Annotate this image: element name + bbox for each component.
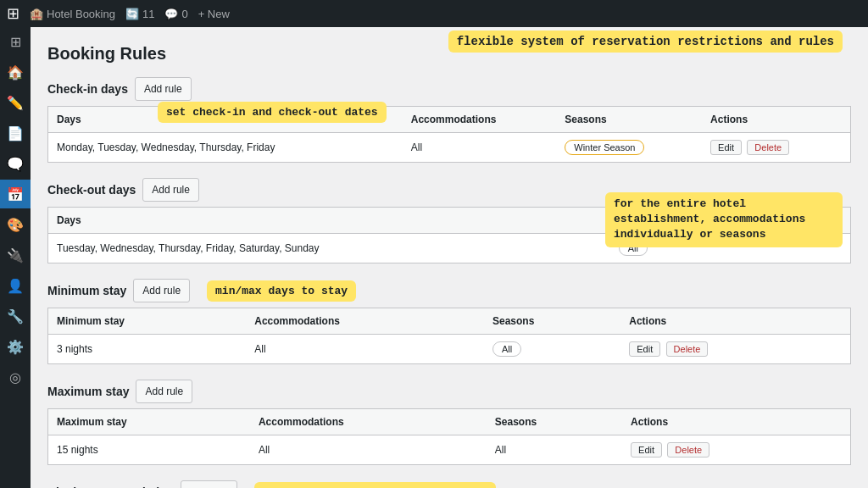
minstay-row-seasons: All (484, 335, 620, 364)
admin-sidebar: ⊞ 🏠 ✏️ 📄 🗨️ 📅 🎨 🔌 👤 🔧 ⚙️ ◎ (0, 0, 31, 488)
maxstay-col-seasons: Seasons (487, 409, 622, 435)
minstay-seasons-badge: All (492, 341, 521, 357)
maxstay-title: Maximum stay (47, 385, 129, 398)
callout-block: take accommodations out of booking (254, 482, 496, 489)
checkin-add-rule-button[interactable]: Add rule (135, 77, 192, 101)
maxstay-col-accommodations: Accommodations (250, 409, 487, 435)
checkout-col-days: Days (48, 208, 610, 234)
section-maximum-stay: Maximum stay Add rule Maximum stay Accom… (47, 380, 851, 465)
minstay-col-actions: Actions (620, 308, 850, 335)
menu-pages[interactable]: 📄 (0, 119, 31, 147)
adminbar-updates[interactable]: 🔄 11 (125, 8, 154, 20)
maxstay-row-stay: 15 nights (48, 435, 250, 465)
checkin-row-seasons: Winter Season (556, 133, 702, 163)
maxstay-table: Maximum stay Accommodations Seasons Acti… (47, 408, 851, 465)
callout-minstay: min/max days to stay (207, 280, 356, 302)
checkin-col-seasons: Seasons (556, 107, 702, 133)
table-row: Monday, Tuesday, Wednesday, Thursday, Fr… (48, 133, 851, 163)
adminbar-new[interactable]: + New (198, 8, 230, 20)
minstay-col-accommodations: Accommodations (246, 308, 484, 335)
menu-tools[interactable]: 🔧 (0, 302, 31, 330)
hotel-icon: 🏨 (30, 8, 43, 20)
minstay-table: Minimum stay Accommodations Seasons Acti… (47, 308, 851, 364)
callout-seasons: for the entire hotel establishment, acco… (605, 192, 843, 247)
menu-collapse[interactable]: ◎ (0, 363, 31, 391)
menu-appearance[interactable]: 🎨 (0, 210, 31, 239)
update-count: 11 (142, 8, 154, 20)
checkin-row-actions: Edit Delete (702, 133, 850, 163)
minstay-col-seasons: Seasons (484, 308, 620, 335)
block-section-header: Block accommodation Add rule take accomm… (47, 480, 851, 488)
section-checkin-days: Check-in days Add rule set check-in and … (47, 77, 851, 163)
main-content: Booking Rules flexible system of reserva… (31, 27, 868, 488)
section-block-accommodation: Block accommodation Add rule take accomm… (47, 480, 851, 488)
new-label: + New (198, 8, 230, 20)
menu-users[interactable]: 👤 (0, 271, 31, 300)
checkin-section-header: Check-in days Add rule (47, 77, 851, 101)
menu-comments[interactable]: 🗨️ (0, 149, 31, 178)
maxstay-col-actions: Actions (622, 409, 850, 435)
maxstay-section-header: Maximum stay Add rule (47, 380, 851, 403)
maxstay-row-seasons: All (487, 435, 622, 465)
maxstay-delete-button[interactable]: Delete (667, 442, 709, 458)
section-minimum-stay: Minimum stay Add rule min/max days to st… (47, 279, 851, 364)
minstay-row-actions: Edit Delete (620, 335, 850, 364)
maxstay-row-accommodations: All (250, 435, 487, 465)
adminbar-hotel-booking[interactable]: 🏨 Hotel Booking (30, 8, 115, 20)
checkin-delete-button[interactable]: Delete (747, 140, 789, 155)
menu-posts[interactable]: ✏️ (0, 88, 31, 117)
maxstay-edit-button[interactable]: Edit (631, 442, 662, 458)
block-add-rule-button[interactable]: Add rule (181, 480, 237, 488)
menu-plugins[interactable]: 🔌 (0, 241, 31, 269)
callout-checkin: set check-in and check-out dates (158, 102, 387, 123)
minstay-add-rule-button[interactable]: Add rule (133, 279, 190, 302)
checkin-col-actions: Actions (702, 107, 850, 133)
table-row: 3 nights All All Edit Delete (48, 335, 851, 364)
minstay-delete-button[interactable]: Delete (666, 341, 709, 357)
maxstay-col-stay: Maximum stay (48, 409, 250, 435)
menu-calendar[interactable]: 📅 (0, 180, 31, 208)
minstay-row-accommodations: All (246, 335, 484, 364)
menu-dashboard[interactable]: ⊞ (0, 27, 31, 56)
minstay-title: Minimum stay (47, 284, 126, 297)
checkin-row-accommodations: All (403, 133, 557, 163)
section-checkout-days: Check-out days Add rule for the entire h… (47, 178, 851, 263)
hotel-booking-label: Hotel Booking (47, 8, 115, 20)
checkout-add-rule-button[interactable]: Add rule (142, 178, 199, 202)
minstay-section-header: Minimum stay Add rule min/max days to st… (47, 279, 851, 302)
callout-main: flexible system of reservation restricti… (448, 30, 843, 53)
checkin-title: Check-in days (47, 82, 128, 96)
season-badge: Winter Season (565, 140, 644, 155)
checkout-title: Check-out days (47, 183, 136, 197)
menu-settings[interactable]: ⚙️ (0, 332, 31, 361)
adminbar-comments[interactable]: 💬 0 (164, 8, 187, 20)
comment-icon: 💬 (164, 8, 178, 20)
maxstay-add-rule-button[interactable]: Add rule (136, 380, 192, 403)
menu-home[interactable]: 🏠 (0, 58, 31, 86)
checkin-edit-button[interactable]: Edit (710, 140, 742, 155)
checkout-row-days: Tuesday, Wednesday, Thursday, Friday, Sa… (48, 234, 610, 263)
minstay-edit-button[interactable]: Edit (629, 341, 660, 357)
updates-icon: 🔄 (125, 8, 139, 20)
wp-logo-icon: ⊞ (7, 4, 19, 23)
checkin-col-accommodations: Accommodations (403, 107, 557, 133)
comment-count: 0 (181, 8, 187, 20)
maxstay-row-actions: Edit Delete (622, 435, 850, 465)
minstay-row-stay: 3 nights (48, 335, 247, 364)
table-row: 15 nights All All Edit Delete (48, 435, 851, 465)
minstay-col-stay: Minimum stay (48, 308, 247, 335)
checkin-row-days: Monday, Tuesday, Wednesday, Thursday, Fr… (48, 133, 403, 163)
